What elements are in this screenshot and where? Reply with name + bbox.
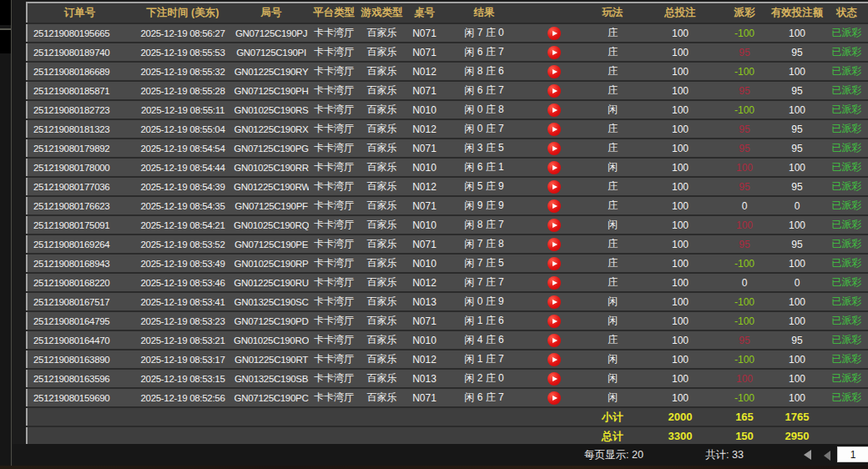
side-panel-block	[0, 28, 11, 53]
page-input[interactable]	[837, 446, 868, 462]
replay-play-icon[interactable]	[548, 142, 561, 155]
total-bet-cell: 100	[641, 119, 719, 139]
valid-bet-cell: 95	[770, 234, 825, 254]
table-row: 251219080159690 2025-12-19 08:52:56 GN07…	[27, 388, 868, 407]
table-no-cell: N071	[405, 23, 444, 43]
replay-play-icon[interactable]	[548, 123, 561, 136]
valid-bet-cell: 100	[770, 62, 825, 81]
bet-time-cell: 2025-12-19 08:56:27	[132, 23, 234, 43]
order-cell: 251219080164795	[27, 311, 132, 330]
table-no-cell: N071	[405, 81, 444, 100]
status-cell: 已派彩	[825, 177, 868, 196]
bet-time-cell: 2025-12-19 08:52:56	[132, 388, 234, 407]
game-type-cell: 百家乐	[359, 23, 405, 43]
game-type-cell: 百家乐	[359, 234, 405, 254]
game-type-cell: 百家乐	[359, 350, 405, 369]
valid-bet-cell: 100	[770, 100, 825, 119]
payout-cell: 100	[719, 158, 770, 177]
replay-play-icon[interactable]	[548, 334, 561, 347]
game-type-cell: 百家乐	[359, 62, 405, 81]
replay-play-icon[interactable]	[548, 238, 561, 251]
table-row: 251219080164795 2025-12-19 08:53:23 GN07…	[27, 311, 868, 330]
total-bet-cell: 100	[641, 350, 719, 369]
table-no-cell: N012	[405, 350, 444, 369]
replay-play-icon[interactable]	[548, 257, 561, 270]
status-cell: 已派彩	[825, 119, 868, 139]
total-bet-cell: 100	[641, 81, 719, 100]
total-bet-cell: 100	[641, 23, 719, 43]
replay-play-icon[interactable]	[548, 84, 561, 98]
order-cell: 251219080167517	[27, 292, 132, 311]
replay-play-icon[interactable]	[548, 372, 561, 386]
desktop-edge	[0, 466, 868, 469]
platform-cell: 卡卡湾厅	[309, 62, 359, 81]
play-type-cell: 庄	[584, 330, 641, 350]
table-no-cell: N012	[405, 119, 444, 139]
prev-page-icon[interactable]	[824, 451, 830, 461]
play-triangle-icon	[553, 300, 558, 305]
table-row: 251219080167517 2025-12-19 08:53:41 GN01…	[27, 292, 868, 311]
table-no-cell: N010	[405, 158, 444, 177]
table-row: 251219080181323 2025-12-19 08:55:04 GN01…	[27, 119, 868, 139]
replay-cell	[524, 158, 584, 177]
valid-bet-cell: 95	[770, 139, 825, 158]
replay-play-icon[interactable]	[548, 353, 561, 366]
order-cell: 251219080163596	[27, 369, 132, 388]
payout-cell: -100	[719, 23, 770, 43]
bet-time-cell: 2025-12-19 08:53:21	[132, 330, 234, 350]
play-type-cell: 庄	[584, 177, 641, 196]
platform-cell: 卡卡湾厅	[309, 369, 359, 388]
play-triangle-icon	[553, 50, 558, 55]
replay-cell	[524, 196, 584, 215]
replay-play-icon[interactable]	[548, 199, 561, 213]
play-type-cell: 闲	[584, 215, 641, 234]
valid-bet-cell: 95	[770, 119, 825, 139]
play-type-cell: 闲	[584, 100, 641, 119]
replay-cell	[524, 139, 584, 158]
result-cell: 闲 6 庄 7	[444, 43, 524, 62]
status-cell: 已派彩	[825, 254, 868, 273]
game-type-cell: 百家乐	[359, 196, 405, 215]
header-round: 局号	[234, 3, 309, 23]
total-bet-cell: 100	[641, 369, 719, 388]
header-valid-bet: 有效投注额	[770, 3, 825, 23]
game-type-cell: 百家乐	[359, 254, 405, 273]
replay-play-icon[interactable]	[548, 180, 561, 194]
payout-cell: 95	[719, 81, 770, 100]
replay-play-icon[interactable]	[548, 65, 561, 78]
grand-total-total-bet: 3300	[641, 426, 719, 446]
payout-cell: 95	[719, 330, 770, 350]
payout-cell: 0	[719, 273, 770, 292]
status-cell: 已派彩	[825, 369, 868, 388]
bet-time-cell: 2025-12-19 08:53:17	[132, 350, 234, 369]
status-cell: 已派彩	[825, 215, 868, 234]
valid-bet-cell: 95	[770, 43, 825, 62]
replay-play-icon[interactable]	[548, 46, 561, 59]
table-no-cell: N012	[405, 273, 444, 292]
replay-play-icon[interactable]	[548, 161, 561, 174]
replay-play-icon[interactable]	[548, 391, 561, 405]
order-cell: 251219080186689	[27, 62, 132, 81]
first-page-icon[interactable]	[804, 450, 811, 460]
replay-play-icon[interactable]	[548, 27, 561, 40]
total-bet-cell: 100	[641, 43, 719, 62]
status-cell: 已派彩	[825, 158, 868, 177]
table-row: 251219080185871 2025-12-19 08:55:28 GN07…	[27, 81, 868, 100]
game-type-cell: 百家乐	[359, 177, 405, 196]
valid-bet-cell: 100	[770, 292, 825, 311]
table-no-cell: N012	[405, 177, 444, 196]
status-cell: 已派彩	[825, 81, 868, 100]
payout-cell: -100	[719, 100, 770, 119]
table-row: 251219080168220 2025-12-19 08:53:46 GN01…	[27, 273, 868, 292]
replay-play-icon[interactable]	[548, 276, 561, 290]
play-triangle-icon	[553, 88, 558, 93]
total-bet-cell: 100	[641, 234, 719, 254]
replay-play-icon[interactable]	[548, 103, 561, 117]
replay-play-icon[interactable]	[548, 315, 561, 328]
replay-play-icon[interactable]	[548, 295, 561, 309]
platform-cell: 卡卡湾厅	[309, 100, 359, 119]
replay-cell	[524, 234, 584, 254]
result-cell: 闲 7 庄 0	[444, 23, 524, 43]
play-type-cell: 闲	[584, 292, 641, 311]
replay-play-icon[interactable]	[548, 219, 561, 232]
